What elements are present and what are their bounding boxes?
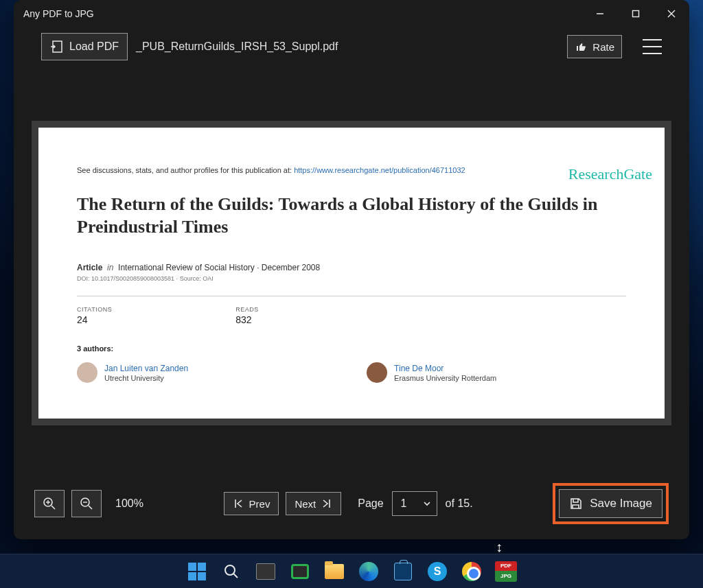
search-icon bbox=[223, 563, 240, 580]
pdf-page-preview[interactable]: ResearchGate See discussions, stats, and… bbox=[38, 128, 665, 419]
page-indicator: Page 1 of 15. bbox=[358, 491, 472, 516]
chevron-down-icon bbox=[423, 499, 431, 508]
filename-label: _PUB_ReturnGuilds_IRSH_53_Suppl.pdf bbox=[136, 40, 338, 53]
save-image-button[interactable]: Save Image bbox=[559, 489, 662, 518]
skype-icon: S bbox=[428, 562, 447, 581]
doi-line: DOI: 10.1017/S0020859008003581 · Source:… bbox=[77, 275, 626, 282]
thumbs-up-icon bbox=[575, 40, 587, 53]
paper-title: The Return of the Guilds: Towards a Glob… bbox=[77, 193, 626, 238]
task-view-button[interactable] bbox=[251, 557, 280, 586]
author-name: Tine De Moor bbox=[394, 364, 496, 373]
hamburger-icon bbox=[643, 39, 662, 40]
next-icon bbox=[321, 498, 332, 509]
prev-icon bbox=[233, 498, 244, 509]
edge-icon bbox=[359, 562, 378, 581]
authors-count: 3 authors: bbox=[77, 344, 626, 353]
chrome-icon bbox=[462, 562, 481, 581]
zoom-level: 100% bbox=[115, 497, 143, 510]
article-meta: Article in International Review of Socia… bbox=[77, 263, 626, 272]
file-explorer-button[interactable] bbox=[320, 557, 349, 586]
save-icon bbox=[569, 497, 583, 510]
app-window: Any PDF to JPG Load PDF _PUB_ReturnGuild… bbox=[14, 0, 689, 539]
resize-cursor-icon: ↕ bbox=[496, 539, 503, 555]
load-pdf-label: Load PDF bbox=[69, 40, 119, 53]
save-label: Save Image bbox=[590, 497, 652, 510]
divider bbox=[77, 296, 626, 296]
close-icon bbox=[667, 10, 676, 18]
chrome-button[interactable] bbox=[457, 557, 486, 586]
page-label: Page bbox=[358, 497, 383, 510]
maximize-button[interactable] bbox=[618, 0, 654, 27]
chat-icon bbox=[291, 564, 309, 579]
svg-line-13 bbox=[233, 574, 238, 578]
next-page-button[interactable]: Next bbox=[286, 492, 341, 515]
task-view-icon bbox=[256, 563, 275, 580]
discussion-line: See discussions, stats, and author profi… bbox=[77, 166, 626, 174]
zoom-in-icon bbox=[42, 496, 57, 511]
titlebar: Any PDF to JPG bbox=[14, 0, 689, 27]
skype-button[interactable]: S bbox=[423, 557, 452, 586]
maximize-icon bbox=[632, 10, 640, 18]
edge-button[interactable] bbox=[354, 557, 383, 586]
prev-page-button[interactable]: Prev bbox=[224, 492, 279, 515]
minimize-button[interactable] bbox=[582, 0, 618, 27]
author-affiliation: Utrecht University bbox=[104, 374, 188, 382]
zoom-out-button[interactable] bbox=[71, 490, 102, 517]
rate-label: Rate bbox=[592, 41, 614, 53]
minimize-icon bbox=[596, 10, 604, 18]
footer-bar: 100% Prev Next Page 1 of 15. Save Image bbox=[14, 471, 689, 539]
svg-line-10 bbox=[89, 506, 92, 509]
author-item: Tine De Moor Erasmus University Rotterda… bbox=[367, 362, 496, 383]
reads-value: 832 bbox=[235, 314, 259, 325]
svg-line-6 bbox=[51, 506, 55, 509]
window-controls bbox=[582, 0, 689, 27]
window-title: Any PDF to JPG bbox=[23, 8, 582, 19]
preview-area: ResearchGate See discussions, stats, and… bbox=[32, 121, 671, 425]
citations-label: CITATIONS bbox=[77, 306, 112, 313]
authors-row: Jan Luiten van Zanden Utrecht University… bbox=[77, 362, 626, 383]
taskbar: S PDF JPG bbox=[0, 554, 703, 588]
taskbar-search-button[interactable] bbox=[217, 557, 246, 586]
zoom-out-icon bbox=[79, 496, 94, 511]
page-total: of 15. bbox=[446, 497, 473, 510]
pdf-to-jpg-button[interactable]: PDF JPG bbox=[492, 557, 520, 586]
app-toolbar: Load PDF _PUB_ReturnGuilds_IRSH_53_Suppl… bbox=[14, 27, 689, 66]
windows-logo-icon bbox=[188, 563, 206, 580]
page-select[interactable]: 1 bbox=[392, 491, 437, 516]
start-button[interactable] bbox=[183, 557, 211, 586]
avatar bbox=[367, 362, 387, 383]
svg-point-12 bbox=[225, 565, 235, 575]
store-button[interactable] bbox=[389, 557, 417, 586]
page-current: 1 bbox=[401, 497, 407, 510]
save-highlight: Save Image bbox=[553, 483, 669, 524]
citations-value: 24 bbox=[77, 314, 112, 325]
publication-link: https://www.researchgate.net/publication… bbox=[294, 166, 465, 174]
author-name: Jan Luiten van Zanden bbox=[104, 364, 188, 373]
store-icon bbox=[394, 563, 412, 580]
pdf-to-jpg-icon: PDF JPG bbox=[495, 561, 517, 582]
stats-row: CITATIONS 24 READS 832 bbox=[77, 306, 626, 325]
close-button[interactable] bbox=[654, 0, 689, 27]
menu-button[interactable] bbox=[643, 39, 662, 54]
load-pdf-button[interactable]: Load PDF bbox=[41, 33, 128, 60]
avatar bbox=[77, 362, 97, 383]
load-pdf-icon bbox=[50, 40, 64, 54]
chat-button[interactable] bbox=[286, 557, 314, 586]
author-affiliation: Erasmus University Rotterdam bbox=[394, 374, 496, 382]
researchgate-logo: ResearchGate bbox=[568, 165, 652, 183]
reads-label: READS bbox=[235, 306, 259, 313]
folder-icon bbox=[325, 564, 344, 579]
zoom-in-button[interactable] bbox=[34, 490, 65, 517]
author-item: Jan Luiten van Zanden Utrecht University bbox=[77, 362, 188, 383]
rate-button[interactable]: Rate bbox=[567, 35, 622, 58]
svg-rect-1 bbox=[633, 11, 639, 17]
